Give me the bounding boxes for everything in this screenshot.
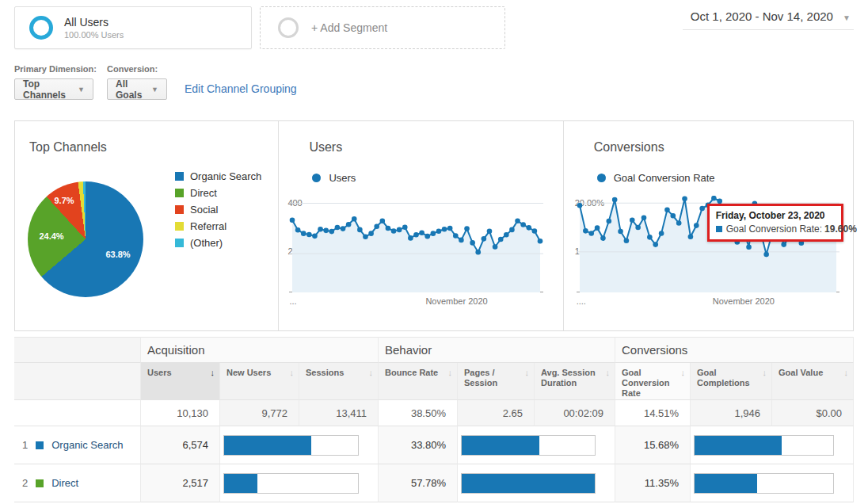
tooltip-metric-value: 19.60% <box>824 223 857 235</box>
charts-panel: Top Channels 63.8% 24.4% 9.7% Organic Se… <box>14 120 854 331</box>
sort-icon[interactable]: ↓ <box>290 368 295 378</box>
column-header-label: Bounce Rate <box>385 368 438 377</box>
pie-legend-swatch <box>175 172 184 181</box>
bar-fill <box>695 436 782 455</box>
row-goal-conversion-value: 11.35% <box>615 464 691 502</box>
bar-fill <box>695 474 757 493</box>
legend-item: (Other) <box>175 237 261 249</box>
top-channels-pie[interactable]: 63.8% 24.4% 9.7% <box>28 181 143 297</box>
users-chart: Users Users 400 200 ... November 2020 <box>279 121 563 330</box>
column-header-pages-session[interactable]: Pages / Session ↓ <box>458 363 535 400</box>
bar-track <box>223 435 359 456</box>
column-header-bounce-rate[interactable]: Bounce Rate ↓ <box>379 363 458 400</box>
primary-dimension-label: Primary Dimension: <box>14 64 97 74</box>
table-row-label: 2 Direct <box>14 464 141 502</box>
column-header-goal-value[interactable]: Goal Value ↓ <box>772 363 854 400</box>
legend-item: Direct <box>175 187 261 199</box>
users-line-chart <box>289 196 543 292</box>
total-goal-value: $0.00 <box>772 400 854 426</box>
column-header-new-users[interactable]: New Users ↓ <box>220 363 299 400</box>
pie-legend-swatch <box>175 222 184 231</box>
column-header-label: Avg. Session Duration <box>541 368 596 388</box>
group-header-behavior: Behavior <box>379 337 615 363</box>
row-rank: 1 <box>22 439 28 451</box>
pie-legend: Organic Search Direct Social Referral (O… <box>175 170 261 254</box>
channel-link[interactable]: Organic Search <box>51 439 123 451</box>
analytics-channels-page: All Users 100.00% Users + Add Segment Oc… <box>0 0 868 504</box>
users-plot-area <box>289 196 543 292</box>
x-axis-left-label: ... <box>289 296 296 306</box>
total-bounce-rate: 38.50% <box>379 400 458 426</box>
add-segment-button[interactable]: + Add Segment <box>260 6 505 49</box>
edit-channel-grouping-link[interactable]: Edit Channel Grouping <box>185 82 297 95</box>
column-header-goal-completions[interactable]: Goal Completions ↓ <box>691 363 772 400</box>
segment-subtitle: 100.00% Users <box>64 30 124 40</box>
sort-icon[interactable]: ↓ <box>448 368 453 378</box>
pie-slice-label: 9.7% <box>54 196 74 205</box>
date-range-selector[interactable]: Oct 1, 2020 - Nov 14, 2020 ▼ <box>683 8 854 30</box>
legend-label: Organic Search <box>190 170 261 182</box>
column-header-label: Users <box>147 368 172 377</box>
pie-legend-swatch <box>175 205 184 214</box>
row-bounce-rate-bar <box>458 464 615 502</box>
chart-tooltip: Friday, October 23, 2020 Goal Conversion… <box>707 204 843 242</box>
row-users-value: 2,517 <box>141 464 220 502</box>
total-users: 10,130 <box>141 400 220 426</box>
date-caret-icon: ▼ <box>843 13 851 22</box>
conversion-label: Conversion: <box>107 64 158 74</box>
column-header-users[interactable]: Users ↓ <box>141 363 220 400</box>
pie-slice-label: 24.4% <box>39 231 63 241</box>
group-header-conversions: Conversions <box>615 337 854 363</box>
bar-fill <box>462 474 595 493</box>
legend-item: Social <box>175 204 261 216</box>
pie-legend-swatch <box>175 239 184 247</box>
column-header-avg-session-duration[interactable]: Avg. Session Duration ↓ <box>535 363 615 400</box>
column-header-goal-conversion-rate[interactable]: Goal Conversion Rate ↓ <box>615 363 691 400</box>
top-channels-title: Top Channels <box>29 140 107 155</box>
row-users-bar <box>220 464 379 502</box>
column-header-label: Pages / Session <box>464 368 512 388</box>
all-users-segment[interactable]: All Users 100.00% Users <box>14 6 252 49</box>
sort-icon[interactable]: ↓ <box>606 368 611 378</box>
tooltip-metric-row: Goal Conversion Rate: 19.60% <box>716 223 835 235</box>
conversions-chart-title: Conversions <box>594 140 664 155</box>
column-header-sessions[interactable]: Sessions ↓ <box>299 363 379 400</box>
bar-track <box>461 473 596 494</box>
bar-track <box>461 435 596 456</box>
row-users-value: 6,574 <box>141 426 220 464</box>
add-segment-label: + Add Segment <box>311 21 387 34</box>
row-rank: 2 <box>22 477 28 489</box>
legend-dot-icon <box>312 174 321 182</box>
total-sessions: 13,411 <box>299 400 379 426</box>
primary-dimension-value: Top Channels <box>23 78 70 101</box>
channel-link[interactable]: Direct <box>51 477 78 489</box>
total-goal-completions: 1,946 <box>691 400 772 426</box>
tooltip-series-swatch <box>716 226 722 232</box>
totals-label-cell <box>14 400 141 426</box>
column-header-label: New Users <box>227 368 271 377</box>
users-legend: Users <box>312 172 356 184</box>
sort-desc-icon[interactable]: ↓ <box>211 368 215 378</box>
conversion-dropdown[interactable]: All Goals ▼ <box>107 78 167 100</box>
column-header-label: Goal Value <box>779 368 823 377</box>
bar-track <box>694 435 834 456</box>
primary-dimension-dropdown[interactable]: Top Channels ▼ <box>14 78 93 100</box>
group-header-acquisition: Acquisition <box>141 337 379 363</box>
legend-label: Goal Conversion Rate <box>614 172 715 184</box>
total-goal-conversion-rate: 14.51% <box>615 400 691 426</box>
add-segment-icon <box>278 17 299 38</box>
sort-icon[interactable]: ↓ <box>763 368 767 378</box>
legend-label: Referral <box>190 220 227 232</box>
sort-icon[interactable]: ↓ <box>681 368 686 378</box>
row-goal-conversion-bar <box>691 464 854 502</box>
group-header-spacer <box>14 337 141 363</box>
sort-icon[interactable]: ↓ <box>525 368 530 378</box>
total-pages-session: 2.65 <box>458 400 535 426</box>
dropdown-caret-icon: ▼ <box>143 86 158 94</box>
row-goal-conversion-bar <box>691 426 854 464</box>
bar-fill <box>224 436 311 455</box>
pie-legend-swatch <box>175 189 184 197</box>
sort-icon[interactable]: ↓ <box>369 368 374 378</box>
sort-icon[interactable]: ↓ <box>844 368 849 378</box>
total-new-users: 9,772 <box>220 400 299 426</box>
